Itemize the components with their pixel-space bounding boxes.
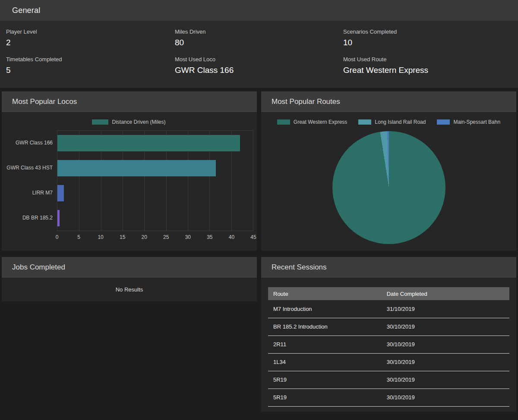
stat-label: Most Used Loco xyxy=(175,56,337,63)
stat-value: 2 xyxy=(6,38,169,47)
stat-value: 5 xyxy=(6,66,169,75)
cell-date-completed: 30/10/2019 xyxy=(382,371,509,389)
cell-date-completed: 30/10/2019 xyxy=(382,335,509,353)
x-axis-tick-label: 20 xyxy=(142,234,147,240)
cell-date-completed: 30/10/2019 xyxy=(382,353,509,371)
table-row: 1L3430/10/2019 xyxy=(268,353,509,371)
stat-value: Great Western Express xyxy=(343,66,518,75)
left-column: Most Popular Locos Distance Driven (Mile… xyxy=(2,91,257,412)
stats-summary: Player Level 2 Miles Driven 80 Scenarios… xyxy=(0,21,518,88)
stat-label: Most Used Route xyxy=(343,56,518,63)
cell-date-completed: 30/10/2019 xyxy=(382,318,509,335)
stat-value: GWR Class 166 xyxy=(175,66,337,75)
bar-x-axis: 051015202530354045 xyxy=(57,231,253,243)
panel-title: Most Popular Routes xyxy=(272,97,340,106)
bar-segment xyxy=(57,160,216,176)
stat-miles-driven: Miles Driven 80 xyxy=(169,28,337,47)
table-row: BR 185.2 Introduction30/10/2019 xyxy=(268,318,509,335)
cell-route: M7 Introduction xyxy=(268,300,382,318)
panel-header: Most Popular Routes xyxy=(261,91,516,112)
stat-value: 10 xyxy=(343,38,518,47)
table-header-row: Route Date Completed xyxy=(268,287,509,300)
cell-route: 5R19 xyxy=(268,389,382,406)
panel-recent-sessions: Recent Sessions Route Date Completed M7 … xyxy=(261,257,516,412)
bar-segment xyxy=(57,210,60,226)
legend-label: Great Western Express xyxy=(294,119,347,125)
bar-category-label: DB BR 185.2 xyxy=(4,205,57,230)
x-axis-tick-label: 5 xyxy=(77,234,80,240)
x-axis-tick-label: 25 xyxy=(163,234,169,240)
jobs-empty-state: No Results xyxy=(2,278,257,301)
panel-header: Recent Sessions xyxy=(261,257,516,278)
bar-category-label: GWR Class 166 xyxy=(4,130,57,155)
panels-grid: Most Popular Locos Distance Driven (Mile… xyxy=(0,88,518,412)
column-header-date: Date Completed xyxy=(382,287,509,300)
general-header: General xyxy=(0,0,518,21)
legend-item: Long Island Rail Road xyxy=(358,119,426,125)
stat-player-level: Player Level 2 xyxy=(0,28,169,47)
locos-bar-chart: Distance Driven (Miles) GWR Class 166GWR… xyxy=(2,112,257,251)
stat-label: Scenarios Completed xyxy=(343,28,518,35)
bar-category-axis: GWR Class 166GWR Class 43 HSTLIRR M7DB B… xyxy=(4,130,57,231)
table-row: 5R1930/10/2019 xyxy=(268,389,509,406)
stat-most-used-loco: Most Used Loco GWR Class 166 xyxy=(169,56,337,75)
legend-item: Great Western Express xyxy=(277,119,347,125)
bar-category-label: LIRR M7 xyxy=(4,180,57,205)
panel-title: Recent Sessions xyxy=(272,263,327,272)
pie-chart-legend: Great Western ExpressLong Island Rail Ro… xyxy=(277,117,500,127)
table-row: M7 Introduction31/10/2019 xyxy=(268,300,509,318)
x-axis-tick-label: 35 xyxy=(207,234,212,240)
sessions-table-wrap: Route Date Completed M7 Introduction31/1… xyxy=(261,278,516,412)
cell-route: BR 185.2 Introduction xyxy=(268,318,382,335)
bar-category-label: GWR Class 43 HST xyxy=(4,155,57,180)
no-results-text: No Results xyxy=(116,286,143,293)
cell-route: 2R11 xyxy=(268,335,382,353)
stat-value: 80 xyxy=(175,38,337,47)
panel-jobs-completed: Jobs Completed No Results xyxy=(2,257,257,301)
panel-most-popular-routes: Most Popular Routes Great Western Expres… xyxy=(261,91,516,251)
x-axis-tick-label: 40 xyxy=(229,234,234,240)
panel-title: Jobs Completed xyxy=(12,263,65,272)
legend-label: Long Island Rail Road xyxy=(375,119,426,125)
legend-swatch-icon xyxy=(437,119,450,125)
bar-segment xyxy=(57,185,64,201)
panel-header: Jobs Completed xyxy=(2,257,257,278)
legend-label: Main-Spessart Bahn xyxy=(453,119,500,125)
legend-swatch-icon xyxy=(358,119,371,125)
bar-segment xyxy=(57,135,240,151)
table-row: 2R1130/10/2019 xyxy=(268,335,509,353)
cell-route: 1L34 xyxy=(268,353,382,371)
stat-label: Miles Driven xyxy=(175,28,337,35)
legend-item: Main-Spessart Bahn xyxy=(437,119,500,125)
cell-date-completed: 30/10/2019 xyxy=(382,389,509,406)
panel-most-popular-locos: Most Popular Locos Distance Driven (Mile… xyxy=(2,91,257,251)
sessions-table: Route Date Completed M7 Introduction31/1… xyxy=(268,287,509,407)
bar-chart-legend: Distance Driven (Miles) xyxy=(4,117,253,127)
panel-header: Most Popular Locos xyxy=(2,91,257,112)
stat-label: Player Level xyxy=(6,28,169,35)
cell-date-completed: 31/10/2019 xyxy=(382,300,509,318)
legend-swatch-icon xyxy=(277,119,290,125)
column-header-route: Route xyxy=(268,287,382,300)
stat-label: Timetables Completed xyxy=(6,56,169,63)
cell-route: 5R19 xyxy=(268,371,382,389)
x-axis-tick-label: 0 xyxy=(56,234,59,240)
page-title: General xyxy=(12,6,40,15)
routes-pie-chart: Great Western ExpressLong Island Rail Ro… xyxy=(261,112,516,251)
stat-scenarios-completed: Scenarios Completed 10 xyxy=(337,28,518,47)
x-axis-tick-label: 10 xyxy=(98,234,103,240)
x-axis-tick-label: 30 xyxy=(185,234,191,240)
table-row: 5R1930/10/2019 xyxy=(268,371,509,389)
legend-label: Distance Driven (Miles) xyxy=(112,119,165,125)
x-axis-tick-label: 45 xyxy=(250,234,256,240)
right-column: Most Popular Routes Great Western Expres… xyxy=(261,91,516,412)
legend-swatch-icon xyxy=(92,119,108,125)
x-axis-tick-label: 15 xyxy=(120,234,125,240)
bar-plot-area xyxy=(57,130,253,231)
panel-title: Most Popular Locos xyxy=(12,97,77,106)
pie-graphic xyxy=(332,131,445,244)
stat-timetables-completed: Timetables Completed 5 xyxy=(0,56,169,75)
stat-most-used-route: Most Used Route Great Western Express xyxy=(337,56,518,75)
